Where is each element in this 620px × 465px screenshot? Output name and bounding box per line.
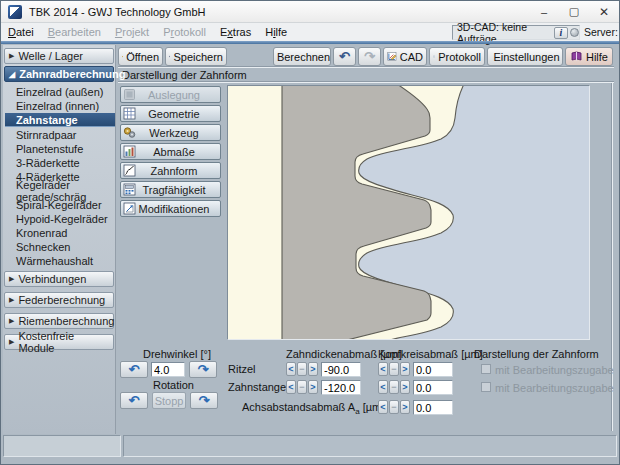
achsabstand-reset-button[interactable]: − [389, 400, 399, 414]
zahnstange-row-label: Zahnstange [228, 381, 286, 393]
rotate-cw-step-button[interactable]: ↷ [189, 361, 217, 378]
bearbeitungszugabe-zahnstange-label: mit Bearbeitungszugabe [495, 382, 614, 394]
sidebar-item-zahnstange[interactable]: Zahnstange [5, 113, 115, 127]
expanded-triangle-icon: ◢ [9, 70, 15, 79]
spin-right-icon: > [310, 383, 315, 392]
menu-bearbeiten: Bearbeiten [41, 26, 108, 38]
info-button[interactable]: i [554, 27, 568, 39]
menu-datei[interactable]: Datei [1, 26, 41, 38]
bearbeitungszugabe-ritzel-checkbox [481, 364, 491, 374]
geometrie-button[interactable]: Geometrie [120, 105, 221, 122]
sidebar-item-planetenstufe[interactable]: Planetenstufe [5, 142, 115, 156]
sidebar-item-kronenrad[interactable]: Kronenrad [5, 226, 115, 240]
werkzeug-button[interactable]: Werkzeug [120, 124, 221, 141]
sidebar-section-kostenfreie-module[interactable]: ▶Kostenfreie Module [4, 334, 114, 350]
minimize-button[interactable]: – [529, 1, 559, 22]
auslegung-icon [123, 88, 136, 101]
app-logo-icon [8, 5, 22, 19]
save-button[interactable]: Speichern [165, 47, 227, 66]
protocol-button[interactable]: Protokoll [429, 47, 485, 66]
zahndicke-zahnstange-reset-button[interactable]: − [297, 380, 307, 394]
kopfkreis-ritzel-decrease-button[interactable]: < [378, 362, 388, 376]
sidebar-item-stirnradpaar[interactable]: Stirnradpaar [5, 128, 115, 142]
menu-hilfe[interactable]: Hilfe [258, 26, 294, 38]
sidebar-item-waermehaushalt[interactable]: Wärmehaushalt [5, 254, 115, 268]
zahnform-canvas[interactable] [227, 85, 590, 340]
zahndicke-zahnstange-input[interactable] [321, 380, 361, 395]
sidebar-section-riemenberechnung[interactable]: ▶Riemenberechnung [4, 313, 114, 329]
maximize-button[interactable]: ▢ [559, 1, 589, 22]
cad-button[interactable]: CAD [383, 47, 427, 66]
sidebar-section-federberechnung[interactable]: ▶Federberechnung [4, 292, 114, 308]
spin-left-icon: < [288, 365, 293, 374]
status-cell-left [3, 435, 121, 457]
abmasse-button[interactable]: Abmaße [120, 143, 221, 160]
darstellung-header: Darstellung der Zahnform [474, 348, 599, 360]
sidebar-section-verbindungen[interactable]: ▶Verbindungen [4, 271, 114, 287]
sidebar-item-3-raederkette[interactable]: 3-Räderkette [5, 156, 115, 170]
rotate-ccw-step-button[interactable]: ↶ [120, 361, 148, 378]
drehwinkel-label: Drehwinkel [°] [143, 348, 211, 360]
menu-bar: Datei Bearbeiten Projekt Protokoll Extra… [1, 23, 619, 41]
werkzeug-gears-icon [123, 126, 136, 139]
spin-minus-icon: − [391, 403, 396, 412]
kopfkreis-zahnstange-decrease-button[interactable]: < [378, 380, 388, 394]
open-folder-icon [122, 50, 123, 63]
rotation-ccw-button[interactable]: ↶ [120, 392, 148, 409]
sidebar-item-einzelrad-innen[interactable]: Einzelrad (innen) [5, 99, 115, 113]
zahndicke-zahnstange-increase-button[interactable]: > [308, 380, 318, 394]
zahndicke-ritzel-input[interactable] [321, 362, 361, 377]
rotation-cw-button[interactable]: ↷ [190, 392, 218, 409]
close-button[interactable]: ✕ [589, 1, 619, 22]
zahndicke-ritzel-reset-button[interactable]: − [297, 362, 307, 376]
kopfkreis-ritzel-increase-button[interactable]: > [400, 362, 410, 376]
kopfkreis-zahnstange-input[interactable] [413, 380, 453, 395]
modifikationen-button[interactable]: Modifikationen [120, 200, 221, 217]
app-window: TBK 2014 - GWJ Technology GmbH – ▢ ✕ Dat… [0, 0, 620, 465]
kopfkreis-ritzel-reset-button[interactable]: − [389, 362, 399, 376]
kopfkreis-column-header: Kopfkreisabmaß [µm] [378, 348, 483, 360]
tragfaehigkeit-button[interactable]: Tragfähigkeit [120, 181, 221, 198]
calculate-button[interactable]: Berechnen [273, 47, 331, 66]
sidebar-section-welle-lager[interactable]: ▶Welle / Lager [4, 48, 114, 64]
achsabstand-label: Achsabstandsabmaß Aa [µm] [242, 401, 384, 416]
achsabstand-increase-button[interactable]: > [400, 400, 410, 414]
open-button[interactable]: Öffnen [118, 47, 163, 66]
spin-right-icon: > [402, 403, 407, 412]
zahndicke-ritzel-decrease-button[interactable]: < [286, 362, 296, 376]
settings-button[interactable]: Einstellungen [487, 47, 563, 66]
sidebar-item-kegelraeder[interactable]: Kegelräder gerade/schräg [5, 184, 115, 198]
sidebar-item-schnecken[interactable]: Schnecken [5, 240, 115, 254]
collapsed-triangle-icon: ▶ [9, 52, 14, 60]
stop-button: Stopp [152, 392, 186, 409]
spin-right-icon: > [310, 365, 315, 374]
sidebar-item-einzelrad-aussen[interactable]: Einzelrad (außen) [5, 85, 115, 99]
help-button[interactable]: Hilfe [565, 47, 613, 66]
achsabstand-decrease-button[interactable]: < [378, 400, 388, 414]
cad-status-led [570, 28, 579, 37]
collapsed-triangle-icon: ▶ [9, 275, 14, 283]
cad-status-box: 3D-CAD: keine Aufträge i [452, 25, 580, 40]
zahndicke-zahnstange-decrease-button[interactable]: < [286, 380, 296, 394]
drehwinkel-input[interactable] [151, 362, 185, 377]
kopfkreis-ritzel-input[interactable] [413, 362, 453, 377]
kopfkreis-zahnstange-reset-button[interactable]: − [389, 380, 399, 394]
group-right-line [611, 83, 613, 431]
zahndicke-ritzel-increase-button[interactable]: > [308, 362, 318, 376]
group-top-line [118, 66, 614, 68]
zahnform-button[interactable]: Zahnform [120, 162, 221, 179]
sidebar-item-spiral-kegelraeder[interactable]: Spiral-Kegelräder [5, 198, 115, 212]
menu-extras[interactable]: Extras [213, 26, 258, 38]
kopfkreis-zahnstange-increase-button[interactable]: > [400, 380, 410, 394]
spin-left-icon: < [380, 365, 385, 374]
abmasse-icon [123, 145, 136, 158]
sidebar-item-hypoid-kegelraeder[interactable]: Hypoid-Kegelräder [5, 212, 115, 226]
window-title: TBK 2014 - GWJ Technology GmbH [29, 6, 205, 18]
cad-drawing-icon [387, 50, 397, 63]
redo-icon: ↷ [364, 50, 375, 63]
sidebar-section-zahnradberechnung[interactable]: ◢Zahnradberechnung [4, 66, 114, 82]
undo-button[interactable]: ↶ [333, 47, 356, 66]
group-label-line [118, 81, 614, 83]
bearbeitungszugabe-ritzel-label: mit Bearbeitungszugabe [495, 364, 614, 376]
achsabstand-input[interactable] [413, 400, 453, 415]
